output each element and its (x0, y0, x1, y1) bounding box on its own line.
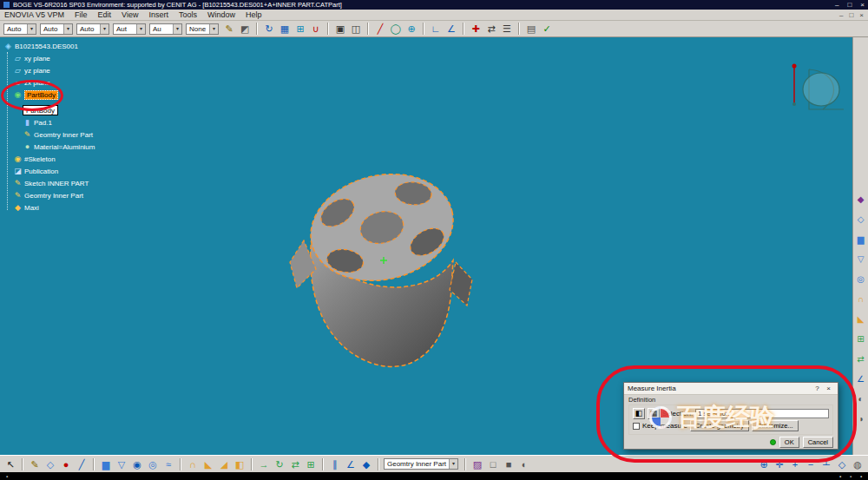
knowledge-icon[interactable]: ☰ (500, 22, 514, 36)
translate-icon[interactable]: → (257, 457, 271, 471)
eraser-icon[interactable]: ◩ (238, 22, 252, 36)
chamfer-icon[interactable]: ◣ (855, 313, 867, 325)
tree-item-material-aluminium[interactable]: ●Material=Aluminium (23, 141, 95, 153)
vica-icon[interactable]: ✚ (469, 22, 483, 36)
zoom-in-icon[interactable]: + (788, 457, 802, 471)
tree-item-sketch-inner-part[interactable]: ✎Sketch INNER PART (13, 177, 95, 189)
fit-all-icon[interactable]: ⊕ (757, 457, 771, 471)
menu-enovia-v5-vpm[interactable]: ENOVIA V5 VPM (4, 10, 64, 19)
customize-button[interactable]: Customize... (752, 420, 799, 431)
hole-icon[interactable]: ◉ (130, 457, 144, 471)
mdi-restore-button[interactable]: □ (849, 11, 853, 19)
keep-measure-checkbox[interactable] (633, 423, 640, 430)
auto-filter-combo-3[interactable]: Auto▾ (76, 23, 109, 35)
measure-inertia-icon[interactable]: ◆ (359, 457, 373, 471)
tile-windows-icon[interactable]: ◫ (349, 22, 363, 36)
minimize-button[interactable]: – (835, 0, 838, 10)
wireframe-icon[interactable]: □ (486, 457, 500, 471)
hide-show-icon[interactable]: ◐ (517, 457, 531, 471)
menu-window[interactable]: Window (207, 10, 235, 19)
auto-filter-combo-1[interactable]: Auto▾ (3, 23, 36, 35)
tree-item-yz-plane[interactable]: ▱yz plane (13, 64, 95, 76)
tree-item-pad-1[interactable]: ▮Pad.1 (23, 116, 95, 128)
auto-filter-combo-5[interactable]: Au▾ (149, 23, 182, 35)
chevron-down-icon[interactable]: ▾ (100, 24, 108, 34)
selection-field[interactable]: 1 selection (695, 409, 829, 418)
tree-item-maxi[interactable]: ◆Maxi (13, 201, 95, 214)
chevron-down-icon[interactable]: ▾ (27, 24, 36, 34)
pad-icon[interactable]: ▆ (99, 457, 113, 471)
tree-item-geomtry-inner-part[interactable]: ✎Geomtry Inner Part (13, 189, 95, 201)
measure-between-icon[interactable]: ∥ (328, 457, 342, 471)
iso-view-icon[interactable]: ◇ (835, 457, 849, 471)
none-filter-combo[interactable]: None▾ (186, 23, 219, 35)
check-analysis-icon[interactable]: ✓ (540, 22, 554, 36)
tree-item-partbody[interactable]: ◉PartBody (13, 89, 95, 101)
plane-icon[interactable]: ◇ (855, 214, 867, 226)
measure-inertia-2d-icon[interactable]: ▦ (648, 408, 660, 419)
select-icon[interactable]: ↖ (3, 457, 17, 471)
menu-file[interactable]: File (75, 10, 88, 19)
symmetry-icon[interactable]: ⇄ (288, 457, 302, 471)
chevron-down-icon[interactable]: ▾ (173, 24, 181, 34)
tree-item-publication[interactable]: ◪Publication (13, 165, 95, 177)
new-window-icon[interactable]: ▣ (333, 22, 347, 36)
measure-inertia-3d-icon[interactable]: ◧ (633, 408, 645, 419)
fillet-icon[interactable]: ∩ (186, 457, 200, 471)
measure-item-icon[interactable]: ∠ (344, 457, 358, 471)
circle-icon[interactable]: ◯ (389, 22, 403, 36)
chamfer-icon[interactable]: ◣ (201, 457, 215, 471)
pattern-icon[interactable]: ⊞ (855, 333, 867, 345)
tree-item-b10215543-des001[interactable]: ◈B10215543.DES001 (3, 40, 95, 52)
fillet-icon[interactable]: ∩ (855, 293, 867, 306)
maximize-button[interactable]: □ (847, 0, 852, 10)
shading-icon[interactable]: ■ (502, 457, 516, 471)
mirror-icon[interactable]: ⇄ (855, 353, 867, 365)
ok-button[interactable]: OK (779, 437, 799, 448)
pan-icon[interactable]: ✛ (773, 457, 786, 471)
sketcher-icon[interactable]: ✎ (28, 457, 42, 471)
view-compass[interactable] (779, 59, 849, 122)
shell-icon[interactable]: ◧ (233, 457, 247, 471)
pencil-icon[interactable]: ✎ (222, 22, 236, 36)
dialog-title-bar[interactable]: Measure Inertia ? × (624, 383, 838, 395)
auto-filter-combo-2[interactable]: Auto▾ (40, 23, 73, 35)
swap-icon[interactable]: ⇄ (484, 22, 498, 36)
swap-space-icon[interactable]: ◑ (855, 413, 867, 425)
update-icon[interactable]: ↻ (262, 22, 276, 36)
rules-icon[interactable]: ▤ (524, 22, 538, 36)
rib-icon[interactable]: ≈ (161, 457, 175, 471)
angle-icon[interactable]: ∠ (444, 22, 458, 36)
mdi-close-button[interactable]: × (859, 11, 864, 19)
pocket-icon[interactable]: ▽ (115, 457, 128, 471)
grid-icon[interactable]: ▦ (278, 22, 292, 36)
line-icon[interactable]: ╱ (373, 22, 387, 36)
chevron-down-icon[interactable]: ▾ (209, 24, 218, 34)
zoom-out-icon[interactable]: − (804, 457, 818, 471)
dialog-help-button[interactable]: ? (812, 385, 823, 392)
cancel-button[interactable]: Cancel (803, 437, 833, 448)
menu-help[interactable]: Help (246, 10, 262, 19)
menu-tools[interactable]: Tools (179, 10, 197, 19)
mdi-minimize-button[interactable]: – (839, 11, 843, 19)
pocket-icon[interactable]: ▽ (855, 253, 867, 266)
paint-icon[interactable]: ▨ (470, 457, 484, 471)
menu-edit[interactable]: Edit (98, 10, 112, 19)
dialog-close-button[interactable]: × (823, 385, 834, 392)
measure-icon[interactable]: ∠ (855, 373, 867, 385)
magnet-icon[interactable]: ∪ (309, 22, 323, 36)
measure-icon[interactable]: ∟ (429, 22, 443, 36)
rotate-icon[interactable]: ↻ (273, 457, 286, 471)
point-icon[interactable]: ● (59, 457, 73, 471)
create-geometry-button[interactable]: Create geometry (690, 420, 749, 431)
tree-item-zx-plane[interactable]: ▱zx plane (13, 76, 95, 89)
shaft-icon[interactable]: ◎ (855, 273, 867, 286)
draft-icon[interactable]: ◢ (217, 457, 231, 471)
snap-to-grid-icon[interactable]: ⊞ (293, 22, 307, 36)
tree-item-skeleton[interactable]: ◉#Skeleton (13, 153, 95, 165)
active-body-combo[interactable]: Geomtry Inner Part▾ (384, 458, 458, 470)
pattern-icon[interactable]: ⊞ (304, 457, 318, 471)
part-3d-model[interactable] (288, 158, 475, 375)
plane-icon[interactable]: ◇ (43, 457, 57, 471)
menu-insert[interactable]: Insert (148, 10, 168, 19)
